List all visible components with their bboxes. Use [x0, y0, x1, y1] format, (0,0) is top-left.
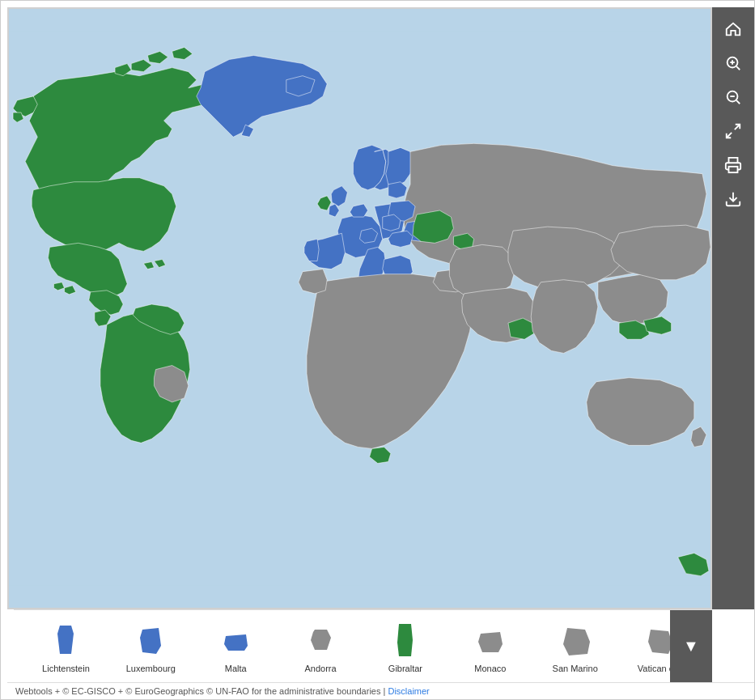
- luxembourg-shape: [130, 620, 171, 660]
- legend-area: Lichtenstein Luxembourg Malta: [14, 609, 712, 682]
- zoom-in-icon: [724, 54, 742, 72]
- zoom-in-button[interactable]: [718, 48, 749, 78]
- monaco-shape: [470, 620, 511, 660]
- legend-item-malta: Malta: [193, 620, 278, 673]
- lichtenstein-shape: [45, 620, 86, 660]
- map-container: Lichtenstein Luxembourg Malta: [0, 0, 755, 700]
- andorra-shape: [300, 620, 341, 660]
- san-marino-shape: [555, 620, 596, 660]
- monaco-label: Monaco: [474, 664, 506, 673]
- disclaimer-link[interactable]: Disclaimer: [388, 686, 429, 696]
- malta-shape: [215, 620, 256, 660]
- svg-line-9: [727, 133, 732, 138]
- footer-text: Webtools + © EC-GISCO + © EuroGeographic…: [15, 686, 388, 696]
- svg-rect-10: [729, 167, 738, 172]
- fullscreen-icon: [724, 122, 742, 140]
- andorra-label: Andorra: [304, 664, 336, 673]
- svg-line-4: [736, 66, 740, 70]
- world-map-svg: [9, 9, 710, 608]
- legend-item-luxembourg: Luxembourg: [108, 620, 193, 673]
- svg-line-7: [736, 100, 740, 104]
- home-button[interactable]: [718, 14, 749, 45]
- map-canvas[interactable]: [7, 7, 712, 609]
- legend-item-gibraltar: Gibraltar: [363, 620, 448, 673]
- print-button[interactable]: [718, 150, 749, 180]
- gibraltar-label: Gibraltar: [388, 664, 422, 673]
- chevron-down-icon: ▼: [683, 637, 699, 655]
- zoom-out-button[interactable]: [718, 82, 749, 112]
- footer: Webtools + © EC-GISCO + © EuroGeographic…: [7, 682, 754, 699]
- main-area: [1, 1, 754, 609]
- legend-item-lichtenstein: Lichtenstein: [23, 620, 108, 673]
- download-button[interactable]: [718, 184, 749, 214]
- download-icon: [724, 190, 742, 208]
- san-marino-label: San Marino: [553, 664, 598, 673]
- home-icon: [724, 20, 742, 38]
- legend-item-san-marino: San Marino: [532, 620, 617, 673]
- fullscreen-button[interactable]: [718, 116, 749, 146]
- zoom-out-icon: [724, 88, 742, 106]
- malta-label: Malta: [225, 664, 247, 673]
- legend-item-andorra: Andorra: [278, 620, 363, 673]
- luxembourg-label: Luxembourg: [126, 664, 176, 673]
- legend-item-monaco: Monaco: [447, 620, 532, 673]
- legend-scroll-arrow[interactable]: ▼: [670, 610, 712, 682]
- print-icon: [724, 156, 742, 174]
- svg-line-8: [735, 125, 740, 129]
- gibraltar-shape: [385, 620, 426, 660]
- lichtenstein-label: Lichtenstein: [42, 664, 90, 673]
- toolbar: [712, 7, 754, 609]
